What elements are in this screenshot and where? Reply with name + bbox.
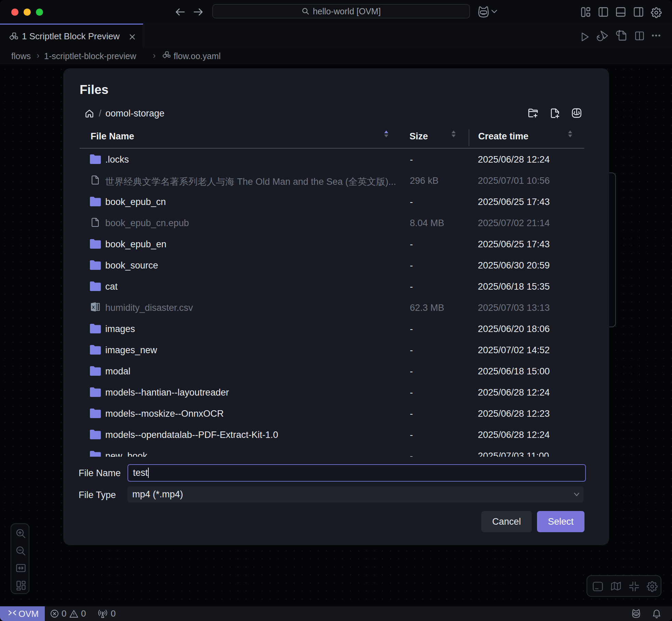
svg-text:X: X — [92, 305, 95, 310]
